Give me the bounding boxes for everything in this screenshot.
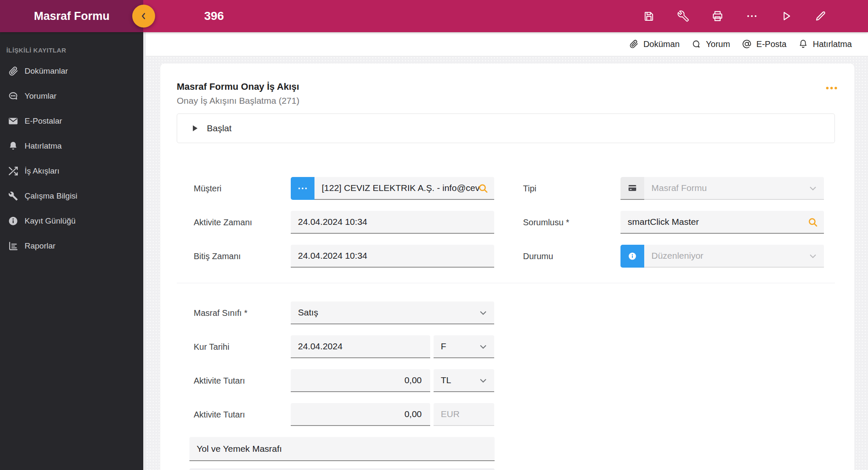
- sorumlusu-field[interactable]: smartClick Master: [620, 211, 824, 234]
- paperclip-icon: [629, 39, 639, 49]
- save-icon[interactable]: [643, 10, 655, 22]
- durumu-iconbox: [620, 245, 644, 268]
- edit-icon[interactable]: [814, 10, 827, 22]
- sidebar-item-hatirlatma[interactable]: Hatırlatma: [0, 133, 143, 158]
- comment-icon: [691, 39, 701, 49]
- quickbar-item-dokuman[interactable]: Doküman: [629, 39, 680, 49]
- sidebar-header: İLİŞKİLİ KAYITLAR: [6, 47, 66, 54]
- sidebar-item-kayit-gunlugu[interactable]: Kayıt Günlüğü: [0, 208, 143, 233]
- card-icon: [627, 183, 637, 193]
- masraf-sinifi-label: Masraf Sınıfı *: [194, 301, 248, 324]
- kur-tarihi-field[interactable]: 24.04.2024: [291, 335, 430, 358]
- topbar-actions: [643, 0, 827, 32]
- record-number: 396: [193, 0, 235, 32]
- quickbar-item-yorum[interactable]: Yorum: [691, 39, 730, 49]
- search-icon[interactable]: [477, 182, 489, 194]
- next-field-partial[interactable]: [189, 468, 495, 470]
- musteri-lookup-button[interactable]: [291, 177, 314, 200]
- sidebar-item-raporlar[interactable]: Raporlar: [0, 233, 143, 258]
- wrench-icon[interactable]: [677, 10, 690, 22]
- info-icon: [8, 216, 19, 227]
- aktivite-zamani-label: Aktivite Zamanı: [194, 211, 252, 234]
- aciklama-field[interactable]: Yol ve Yemek Masrafı: [189, 437, 495, 461]
- musteri-label: Müşteri: [194, 177, 222, 200]
- kur-tarihi-label: Kur Tarihi: [194, 335, 229, 358]
- workflow-subtitle: Onay İş Akışını Başlatma (271): [177, 96, 299, 106]
- sidebar-item-yorumlar[interactable]: Yorumlar: [0, 83, 143, 108]
- ellipsis-icon: [298, 186, 307, 191]
- paperclip-icon: [8, 66, 19, 77]
- bitis-zamani-label: Bitiş Zamanı: [194, 245, 241, 268]
- tipi-label: Tipi: [523, 177, 536, 200]
- aktivite-tutari-tl-label: Aktivite Tutarı: [194, 369, 245, 392]
- quick-action-bar: Doküman Yorum E-Posta: [146, 32, 868, 56]
- print-icon[interactable]: [711, 10, 724, 22]
- chevron-down-icon: [807, 251, 818, 262]
- page-title: Masraf Formu: [34, 0, 110, 32]
- play-icon: [189, 123, 200, 133]
- record-card: Masraf Formu Onay İş Akışı Onay İş Akışı…: [160, 64, 854, 470]
- aktivite-tutari-eur-label: Aktivite Tutarı: [194, 403, 245, 426]
- more-icon[interactable]: [746, 10, 758, 22]
- search-icon[interactable]: [807, 216, 819, 228]
- sidebar-item-epostalar[interactable]: E-Postalar: [0, 108, 143, 133]
- musteri-field[interactable]: [122] CEVIZ ELEKTRIK A.Ş. - info@cev: [314, 177, 494, 200]
- at-sign-icon: [742, 39, 752, 49]
- bell-icon: [798, 39, 808, 49]
- sorumlusu-label: Sorumlusu *: [523, 211, 569, 234]
- tipi-field[interactable]: Masraf Formu: [644, 177, 824, 200]
- comment-icon: [8, 91, 19, 102]
- aktivite-tutari-tl-field[interactable]: 0,00: [291, 369, 430, 392]
- main-content: Masraf Formu Onay İş Akışı Onay İş Akışı…: [146, 56, 868, 470]
- tipi-iconbox: [620, 177, 644, 200]
- sidebar-item-is-akislari[interactable]: İş Akışları: [0, 158, 143, 183]
- top-bar: Masraf Formu 396: [0, 0, 868, 32]
- aktivite-tutari-eur-currency: EUR: [434, 403, 494, 426]
- info-icon: [627, 251, 637, 261]
- workflow-more-icon[interactable]: [822, 82, 841, 94]
- chevron-left-icon: [139, 11, 149, 21]
- kur-tarihi-currency-select[interactable]: F: [434, 335, 494, 358]
- sidebar-item-dokumanlar[interactable]: Dokümanlar: [0, 58, 143, 83]
- envelope-icon: [8, 116, 19, 127]
- aktivite-zamani-field[interactable]: 24.04.2024 10:34: [291, 211, 494, 234]
- durumu-label: Durumu: [523, 245, 553, 268]
- aktivite-tutari-tl-currency-select[interactable]: TL: [434, 369, 494, 392]
- masraf-sinifi-field[interactable]: Satış: [291, 301, 494, 324]
- chevron-down-icon: [807, 183, 818, 194]
- chevron-down-icon: [478, 307, 489, 318]
- chevron-down-icon: [478, 375, 489, 386]
- sidebar-item-calisma-bilgisi[interactable]: Çalışma Bilgisi: [0, 183, 143, 208]
- chevron-down-icon: [478, 341, 489, 352]
- related-records-sidebar: İLİŞKİLİ KAYITLAR Dokümanlar Yorumlar: [0, 32, 143, 470]
- expense-form-page: Masraf Formu 396: [0, 0, 868, 470]
- aktivite-tutari-eur-field[interactable]: 0,00: [291, 403, 430, 426]
- back-button[interactable]: [132, 5, 155, 28]
- section-divider: [177, 283, 835, 283]
- shuffle-icon: [8, 166, 19, 177]
- quickbar-item-eposta[interactable]: E-Posta: [742, 39, 787, 49]
- durumu-field[interactable]: Düzenleniyor: [644, 245, 824, 268]
- quickbar-item-hatirlatma[interactable]: Hatırlatma: [798, 39, 852, 49]
- sidebar-items: Dokümanlar Yorumlar E-Po: [0, 58, 143, 258]
- wrench-icon: [8, 191, 19, 202]
- bell-icon: [8, 141, 19, 152]
- workflow-title: Masraf Formu Onay İş Akışı: [177, 81, 299, 92]
- report-icon: [8, 241, 19, 252]
- start-workflow-button[interactable]: Başlat: [177, 113, 835, 143]
- bitis-zamani-field[interactable]: 24.04.2024 10:34: [291, 245, 494, 268]
- run-icon[interactable]: [780, 10, 793, 22]
